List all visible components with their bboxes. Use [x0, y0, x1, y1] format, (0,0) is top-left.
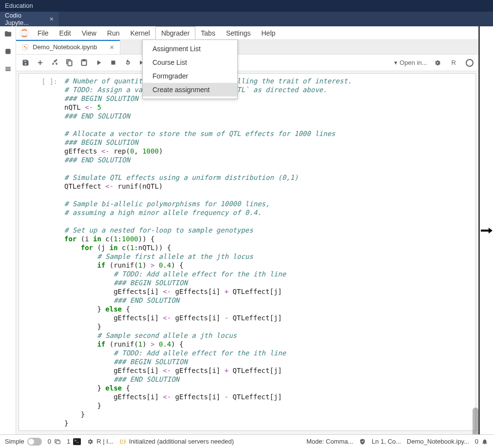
menu-help[interactable]: Help — [256, 26, 281, 39]
trust-status[interactable] — [359, 438, 366, 445]
browser-tab[interactable]: Codio Jupyte... × — [0, 12, 58, 26]
close-icon[interactable]: × — [50, 15, 54, 23]
restart-icon[interactable] — [123, 58, 132, 67]
menu-run[interactable]: Run — [102, 26, 125, 39]
stop-icon[interactable] — [109, 58, 117, 67]
collapse-handle[interactable] — [478, 26, 493, 434]
menu-file[interactable]: File — [32, 26, 54, 39]
menu-nbgrader[interactable]: Nbgrader — [155, 26, 195, 39]
document-tabbar: Demo_Notebook.ipynb × — [16, 40, 478, 55]
document-tab[interactable]: Demo_Notebook.ipynb × — [16, 40, 120, 54]
cut-icon[interactable] — [50, 58, 59, 67]
mode-status[interactable]: Mode: Comma... — [306, 438, 353, 445]
app-titlebar: Education — [0, 0, 493, 12]
code-content[interactable]: # Number of quantitative trait loci cont… — [60, 74, 475, 430]
notebook-toolbar: ▾Open in... R — [16, 55, 478, 71]
kernel-status-icon[interactable] — [466, 59, 474, 67]
open-tabs-count[interactable]: 0 — [48, 438, 61, 445]
svg-rect-1 — [22, 44, 28, 50]
menu-tabs[interactable]: Tabs — [195, 26, 221, 39]
browser-tab-title: Codio Jupyte... — [5, 12, 45, 26]
kernel-name[interactable]: R — [452, 59, 456, 66]
gear-icon[interactable] — [433, 58, 442, 67]
menubar: FileEditViewRunKernelNbgraderTabsSetting… — [16, 26, 478, 40]
app-title: Education — [5, 2, 33, 9]
folder-icon[interactable] — [3, 29, 12, 38]
notebook-editor[interactable]: [ ]: # Number of quantitative trait loci… — [16, 71, 478, 434]
save-icon[interactable] — [21, 58, 30, 67]
tabs-icon — [54, 438, 61, 445]
running-icon[interactable] — [3, 47, 12, 56]
menu-item-create-assignment[interactable]: Create assignment — [143, 83, 237, 97]
simple-toggle[interactable]: Simple — [5, 438, 42, 446]
activity-bar — [0, 26, 16, 434]
svg-point-6 — [122, 443, 123, 444]
menu-edit[interactable]: Edit — [54, 26, 76, 39]
cursor-position[interactable]: Ln 1, Co... — [372, 438, 401, 445]
menu-item-formgrader[interactable]: Formgrader — [143, 69, 237, 83]
menu-item-course-list[interactable]: Course List — [143, 56, 237, 69]
statusbar: Simple 0 1 R | I... Initialized (additio… — [0, 434, 493, 448]
copy-icon[interactable] — [65, 58, 74, 67]
terminal-icon — [73, 438, 81, 445]
notifications[interactable]: 0 — [475, 438, 488, 445]
menu-kernel[interactable]: Kernel — [125, 26, 155, 39]
svg-rect-7 — [122, 440, 123, 442]
menu-settings[interactable]: Settings — [221, 26, 256, 39]
menu-view[interactable]: View — [76, 26, 102, 39]
scrollbar-thumb[interactable] — [473, 408, 478, 434]
document-tab-title: Demo_Notebook.ipynb — [33, 43, 97, 51]
file-path[interactable]: Demo_Notebook.ipy... — [407, 438, 469, 445]
paste-icon[interactable] — [79, 58, 88, 67]
menu-item-assignment-list[interactable]: Assignment List — [143, 42, 237, 56]
code-cell[interactable]: [ ]: # Number of quantitative trait loci… — [19, 73, 476, 431]
servers-status[interactable]: Initialized (additional servers needed) — [119, 438, 234, 445]
cell-prompt: [ ]: — [19, 74, 60, 430]
jupyter-logo[interactable] — [16, 26, 32, 39]
close-icon[interactable]: × — [110, 43, 114, 51]
open-in-dropdown[interactable]: ▾Open in... — [394, 59, 427, 66]
svg-point-2 — [24, 46, 25, 47]
toc-icon[interactable] — [3, 64, 12, 73]
browser-tabstrip: Codio Jupyte... × — [0, 12, 493, 26]
run-icon[interactable] — [94, 58, 103, 67]
add-icon[interactable] — [36, 58, 44, 67]
lsp-status[interactable]: R | I... — [87, 438, 113, 445]
notebook-icon — [22, 44, 29, 51]
terminals-count[interactable]: 1 — [67, 438, 81, 445]
toggle-icon[interactable] — [27, 438, 42, 446]
svg-rect-0 — [5, 49, 10, 54]
svg-point-3 — [25, 47, 27, 49]
svg-rect-5 — [56, 441, 60, 444]
nbgrader-menu: Assignment ListCourse ListFormgraderCrea… — [142, 39, 238, 99]
